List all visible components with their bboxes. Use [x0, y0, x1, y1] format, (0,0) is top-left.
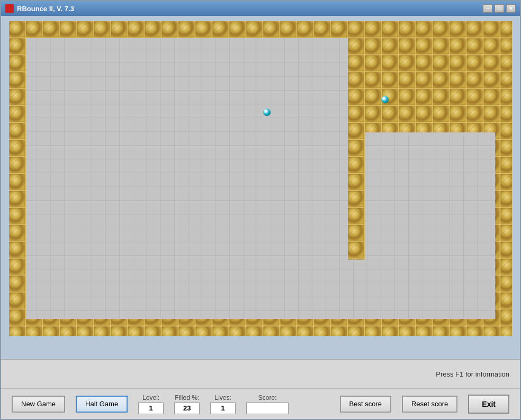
score-label: Score:: [258, 394, 277, 401]
reset-score-button[interactable]: Reset score: [402, 396, 457, 413]
new-game-button[interactable]: New Game: [12, 396, 65, 413]
halt-game-button[interactable]: Halt Game: [76, 396, 128, 413]
svg-rect-17: [348, 38, 495, 132]
svg-rect-16: [495, 38, 512, 319]
game-canvas: [9, 21, 512, 336]
level-stat: Level: 1: [138, 394, 164, 414]
svg-rect-18: [348, 132, 365, 260]
lives-value: 1: [210, 403, 236, 414]
app-icon: [5, 4, 14, 13]
lives-label: Lives:: [214, 394, 231, 401]
score-stat: Score:: [246, 394, 289, 414]
controls-bar: New Game Halt Game Level: 1 Filled %: 23…: [1, 388, 520, 419]
title-bar: RBounce II, V. 7.3 ─ □ ✕: [1, 1, 520, 16]
game-board-svg: [9, 21, 512, 336]
restore-button[interactable]: □: [495, 4, 504, 13]
svg-point-20: [264, 110, 267, 113]
filled-stat: Filled %: 23: [174, 394, 200, 414]
game-area: [1, 16, 520, 359]
status-bar: Press F1 for information: [1, 359, 520, 388]
svg-rect-14: [9, 319, 512, 336]
filled-value: 23: [174, 403, 200, 414]
exit-button[interactable]: Exit: [468, 395, 509, 414]
level-label: Level:: [142, 394, 159, 401]
svg-rect-13: [9, 21, 512, 38]
svg-point-22: [382, 97, 385, 100]
close-button[interactable]: ✕: [506, 4, 516, 13]
main-window: RBounce II, V. 7.3 ─ □ ✕: [0, 0, 521, 420]
svg-rect-15: [9, 38, 26, 319]
lives-stat: Lives: 1: [210, 394, 236, 414]
minimize-button[interactable]: ─: [483, 4, 492, 13]
score-value: [246, 403, 289, 414]
level-value: 1: [138, 403, 164, 414]
window-controls: ─ □ ✕: [483, 4, 516, 13]
filled-label: Filled %:: [175, 394, 199, 401]
info-text: Press F1 for information: [436, 370, 509, 378]
window-title: RBounce II, V. 7.3: [17, 5, 483, 13]
best-score-button[interactable]: Best score: [340, 396, 391, 413]
